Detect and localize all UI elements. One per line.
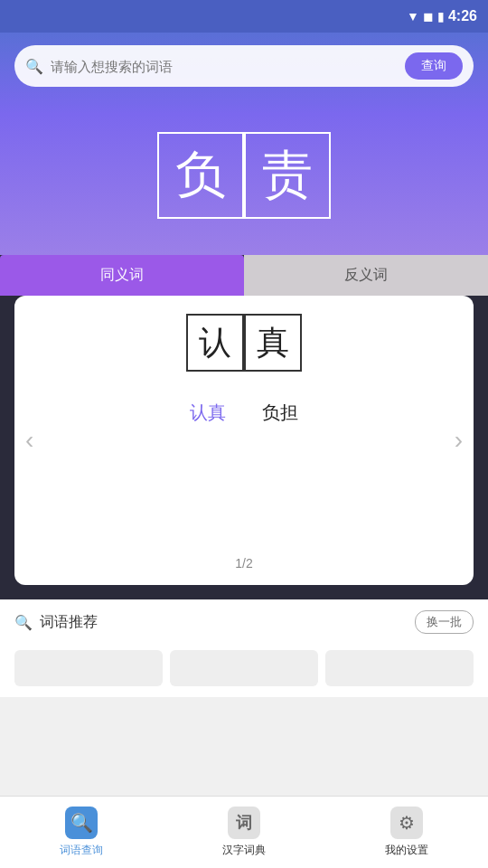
rec-title: 🔍 词语推荐 <box>14 613 98 632</box>
card-area: ‹ › 认 真 认真 负担 1/2 <box>0 296 488 599</box>
nav-item-settings[interactable]: ⚙ 我的设置 <box>325 797 488 868</box>
rec-icon: 🔍 <box>14 614 33 631</box>
rec-item-0 <box>14 650 163 686</box>
rec-item-2 <box>325 650 474 686</box>
card-char-1: 真 <box>244 314 302 372</box>
bottom-nav: 🔍 词语查询 词 汉字词典 ⚙ 我的设置 <box>0 796 488 868</box>
next-nav[interactable]: › <box>455 426 463 455</box>
word-chars: 负 责 <box>157 132 331 219</box>
recommendation: 🔍 词语推荐 换一批 <box>0 599 488 645</box>
rec-item-1 <box>170 650 318 686</box>
search-button[interactable]: 查询 <box>405 52 463 80</box>
word-list: 认真 负担 <box>190 401 298 425</box>
rec-refresh-button[interactable]: 换一批 <box>415 610 474 634</box>
nav-label-char-dict: 汉字词典 <box>222 843 266 858</box>
synonym-card: ‹ › 认 真 认真 负担 1/2 <box>14 296 474 585</box>
tabs: 同义词 反义词 <box>0 255 488 296</box>
card-word-display: 认 真 <box>186 314 302 372</box>
prev-nav[interactable]: ‹ <box>25 426 33 455</box>
tab-antonyms[interactable]: 反义词 <box>244 255 488 296</box>
nav-icon-char-dict: 词 <box>228 807 260 839</box>
status-icons: ▼ ◼ ▮ 4:26 <box>407 8 477 24</box>
header: 🔍 查询 <box>0 33 488 114</box>
tab-synonyms[interactable]: 同义词 <box>0 255 244 296</box>
search-input[interactable] <box>51 59 398 74</box>
word-item-0[interactable]: 认真 <box>190 401 226 425</box>
card-char-0: 认 <box>186 314 244 372</box>
battery-icon: ▮ <box>437 9 445 24</box>
nav-icon-word-query: 🔍 <box>65 807 98 839</box>
status-bar: ▼ ◼ ▮ 4:26 <box>0 0 488 33</box>
search-bar: 🔍 查询 <box>14 45 474 87</box>
signal-icon: ◼ <box>423 9 434 24</box>
nav-icon-settings: ⚙ <box>390 807 423 839</box>
nav-item-char-dict[interactable]: 词 汉字词典 <box>163 797 325 868</box>
wifi-icon: ▼ <box>407 9 419 24</box>
nav-label-settings: 我的设置 <box>385 843 428 858</box>
rec-title-text: 词语推荐 <box>40 613 98 632</box>
clock: 4:26 <box>448 8 477 24</box>
page-indicator: 1/2 <box>235 529 252 571</box>
word-char-1: 责 <box>244 132 331 219</box>
word-display: 负 责 <box>0 114 488 255</box>
tabs-section: 同义词 反义词 ‹ › 认 真 认真 负担 1/2 <box>0 255 488 599</box>
word-item-1[interactable]: 负担 <box>262 401 298 425</box>
nav-item-word-query[interactable]: 🔍 词语查询 <box>0 797 163 868</box>
rec-items <box>0 645 488 697</box>
search-icon: 🔍 <box>25 58 43 75</box>
word-char-0: 负 <box>157 132 244 219</box>
nav-label-word-query: 词语查询 <box>60 843 103 858</box>
